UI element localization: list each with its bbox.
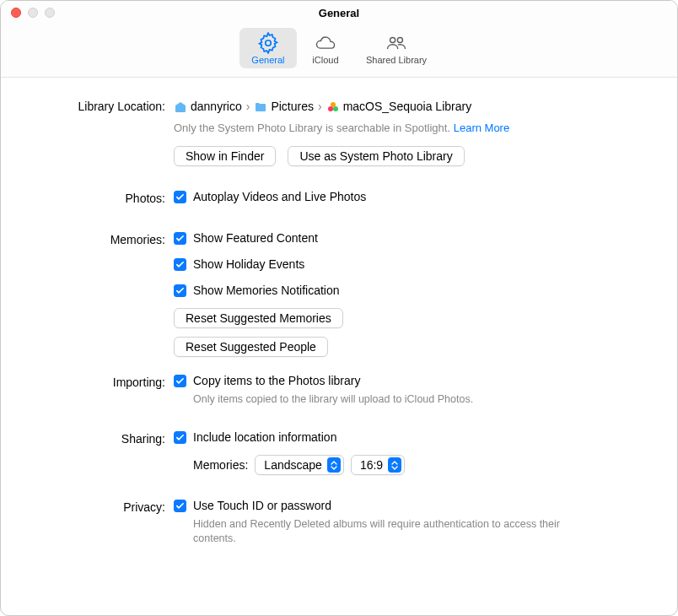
reset-people-button[interactable]: Reset Suggested People: [174, 337, 328, 357]
show-holiday-label: Show Holiday Events: [193, 256, 304, 273]
include-location-checkbox[interactable]: [174, 431, 186, 444]
minimize-button[interactable]: [28, 8, 38, 18]
svg-point-2: [397, 37, 402, 42]
toolbar: General iCloud Shared Library: [1, 24, 677, 78]
include-location-label: Include location information: [193, 429, 336, 446]
tab-general[interactable]: General: [239, 28, 297, 68]
crumb-segment: dannyrico: [191, 98, 242, 116]
autoplay-checkbox[interactable]: [174, 191, 186, 203]
crumb-segment: macOS_Sequoia Library: [343, 98, 472, 116]
crumb-segment: Pictures: [271, 98, 314, 116]
tab-shared-library[interactable]: Shared Library: [354, 28, 439, 68]
use-as-system-library-button[interactable]: Use as System Photo Library: [288, 146, 464, 166]
tab-icloud[interactable]: iCloud: [297, 28, 354, 68]
orientation-select[interactable]: Landscape: [255, 455, 344, 475]
gear-icon: [256, 32, 280, 54]
tab-label: iCloud: [312, 55, 338, 65]
tab-label: General: [251, 55, 284, 65]
autoplay-label: Autoplay Videos and Live Photos: [193, 188, 366, 206]
folder-icon: [254, 100, 267, 114]
copy-items-checkbox[interactable]: [174, 375, 186, 387]
updown-arrow-icon: [327, 457, 341, 473]
reset-memories-button[interactable]: Reset Suggested Memories: [174, 308, 343, 328]
show-notification-label: Show Memories Notification: [193, 282, 340, 300]
content-area: Library Location: dannyrico › Pictures ›: [1, 78, 677, 565]
chevron-right-icon: ›: [317, 98, 323, 116]
show-featured-checkbox[interactable]: [174, 232, 186, 245]
home-icon: [174, 100, 187, 114]
close-button[interactable]: [11, 8, 21, 18]
updown-arrow-icon: [388, 457, 401, 473]
breadcrumb[interactable]: dannyrico › Pictures › macOS_Seq: [174, 96, 643, 116]
photos-library-icon: [326, 100, 340, 114]
touchid-label: Use Touch ID or password: [193, 497, 331, 515]
importing-helper: Only items copied to the library will up…: [193, 392, 643, 407]
photos-label: Photos:: [35, 188, 174, 208]
svg-point-4: [328, 106, 333, 111]
show-notification-checkbox[interactable]: [174, 284, 186, 297]
sharing-label: Sharing:: [35, 429, 174, 448]
library-location-label: Library Location:: [35, 96, 174, 116]
library-helper-text: Only the System Photo Library is searcha…: [174, 122, 450, 134]
privacy-label: Privacy:: [35, 497, 174, 516]
show-featured-label: Show Featured Content: [193, 230, 318, 247]
svg-point-5: [333, 106, 338, 111]
learn-more-link[interactable]: Learn More: [454, 122, 509, 134]
people-icon: [385, 32, 408, 54]
show-holiday-checkbox[interactable]: [174, 258, 186, 271]
window-title: General: [1, 7, 677, 19]
chevron-right-icon: ›: [245, 98, 251, 116]
aspect-select[interactable]: 16:9: [351, 455, 405, 475]
svg-point-3: [331, 102, 336, 107]
importing-label: Importing:: [35, 372, 174, 392]
tab-label: Shared Library: [366, 55, 427, 65]
memories-label: Memories:: [35, 230, 174, 249]
privacy-helper: Hidden and Recently Deleted albums will …: [193, 517, 581, 546]
aspect-value: 16:9: [360, 458, 383, 472]
svg-point-0: [266, 41, 272, 46]
titlebar: General: [1, 1, 677, 24]
touchid-checkbox[interactable]: [174, 500, 186, 512]
orientation-value: Landscape: [264, 458, 322, 472]
preferences-window: General General iCloud: [0, 0, 678, 616]
maximize-button[interactable]: [45, 8, 55, 18]
show-in-finder-button[interactable]: Show in Finder: [174, 146, 276, 166]
copy-items-label: Copy items to the Photos library: [193, 372, 360, 390]
cloud-icon: [314, 32, 337, 54]
svg-point-1: [390, 37, 396, 42]
memories-orientation-label: Memories:: [193, 458, 248, 472]
